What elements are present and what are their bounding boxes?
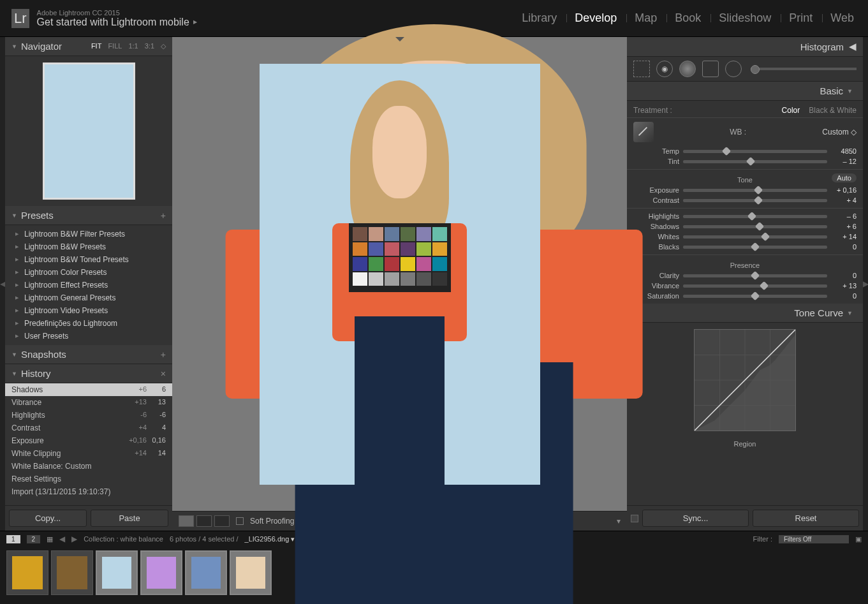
presets-list: Lightroom B&W Filter PresetsLightroom B&…	[5, 225, 172, 345]
chevron-down-icon: ▼	[847, 88, 853, 94]
chevron-down-icon: ▼	[847, 310, 853, 316]
display-1-tab[interactable]: 1	[6, 535, 20, 543]
copy-button[interactable]: Copy...	[9, 510, 87, 527]
preset-folder[interactable]: Lightroom Effect Presets	[5, 279, 172, 291]
brush-size-slider[interactable]	[751, 68, 857, 70]
prev-arrow-icon[interactable]: ◀	[59, 534, 65, 543]
display-2-tab[interactable]: 2	[27, 535, 41, 543]
filmstrip-thumb[interactable]	[51, 550, 93, 595]
navigator-thumbnail	[43, 63, 135, 200]
treatment-color[interactable]: Color	[782, 106, 800, 115]
preset-folder[interactable]: Lightroom Video Presets	[5, 304, 172, 317]
preset-folder[interactable]: Lightroom B&W Filter Presets	[5, 228, 172, 240]
right-collapse[interactable]: ▶	[863, 37, 868, 531]
basic-title: Basic	[820, 85, 843, 96]
module-web[interactable]: Web	[828, 11, 857, 25]
color-checker-card	[349, 223, 451, 292]
white-balance-eyedropper-icon[interactable]	[633, 122, 654, 142]
filter-dropdown[interactable]: Filters Off	[779, 535, 849, 543]
preset-folder[interactable]: User Presets	[5, 330, 172, 343]
preset-folder[interactable]: Lightroom Color Presets	[5, 266, 172, 279]
snapshots-title: Snapshots	[21, 349, 66, 360]
wb-dropdown[interactable]: Custom ◇	[822, 128, 857, 136]
app-logo: Lr	[11, 9, 29, 28]
presence-section-label: Presence	[627, 258, 863, 270]
gradient-tool-icon[interactable]	[702, 61, 719, 77]
crop-tool-icon[interactable]	[633, 61, 650, 77]
preset-folder[interactable]: Lightroom B&W Presets	[5, 240, 172, 253]
filmstrip-thumb[interactable]	[230, 550, 272, 595]
module-print[interactable]: Print	[786, 11, 815, 25]
tone-section-label: Tone Auto	[627, 172, 863, 185]
filmstrip-thumb[interactable]	[6, 550, 48, 595]
redeye-tool-icon[interactable]	[679, 61, 696, 77]
chevron-down-icon: ▼	[11, 351, 17, 358]
left-collapse[interactable]: ◀	[0, 37, 5, 531]
histogram-title: Histogram	[800, 41, 844, 52]
chevron-down-icon: ▼	[11, 212, 17, 219]
preset-folder[interactable]: Lightroom General Presets	[5, 291, 172, 304]
radial-tool-icon[interactable]	[725, 61, 742, 77]
presets-title: Presets	[21, 210, 54, 221]
navigator-preview[interactable]	[5, 56, 172, 206]
history-title: History	[21, 368, 51, 379]
top-collapse-icon[interactable]	[395, 37, 405, 41]
preset-folder[interactable]: Lightroom B&W Toned Presets	[5, 253, 172, 266]
main-image[interactable]	[260, 64, 540, 485]
treatment-bw[interactable]: Black & White	[809, 106, 857, 115]
chevron-down-icon: ▼	[11, 43, 17, 50]
center-canvas: Soft Proofing ▾	[172, 37, 627, 531]
chevron-left-icon: ◀	[849, 41, 857, 52]
filmstrip-thumb[interactable]	[140, 550, 182, 595]
tone-curve-title: Tone Curve	[794, 307, 843, 318]
filmstrip-thumb[interactable]	[185, 550, 227, 595]
filmstrip-thumb[interactable]	[96, 550, 138, 595]
next-arrow-icon[interactable]: ▶	[71, 534, 77, 543]
spot-tool-icon[interactable]: ◉	[656, 61, 673, 77]
grid-view-icon[interactable]: ▦	[47, 535, 53, 543]
left-panel: ▼ Navigator FITFILL1:13:1◇ ▼ Presets + L…	[5, 37, 172, 531]
auto-tone-button[interactable]: Auto	[832, 173, 857, 182]
chevron-down-icon: ▼	[11, 371, 17, 377]
preset-folder[interactable]: Predefinições do Lightroom	[5, 317, 172, 330]
navigator-title: Navigator	[21, 41, 62, 52]
lock-icon[interactable]: ▣	[855, 535, 862, 543]
